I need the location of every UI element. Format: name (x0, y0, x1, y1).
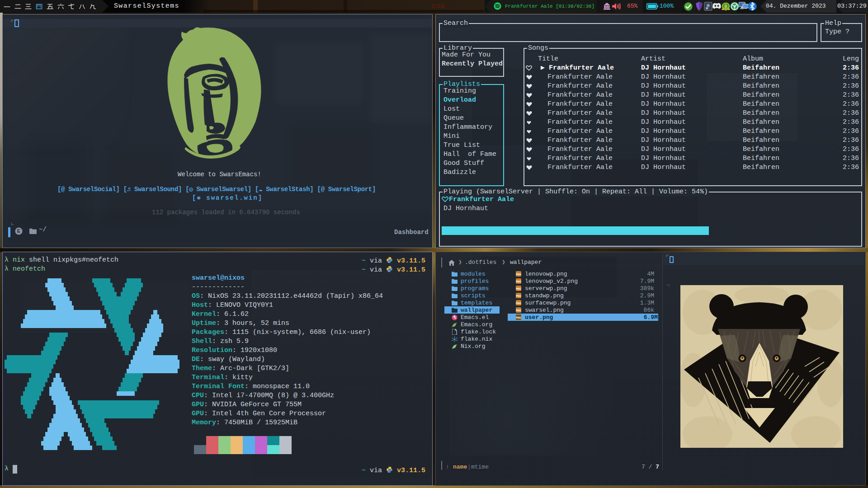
svg-text:PNG: PNG (516, 295, 521, 297)
svg-text:PNG: PNG (516, 316, 521, 319)
svg-text:PNG: PNG (516, 273, 521, 276)
svg-text:PNG: PNG (516, 280, 521, 283)
svg-text:PNG: PNG (516, 309, 521, 312)
svg-text:PNG: PNG (516, 287, 521, 290)
svg-text:E: E (17, 228, 20, 234)
svg-text:PNG: PNG (516, 302, 521, 305)
